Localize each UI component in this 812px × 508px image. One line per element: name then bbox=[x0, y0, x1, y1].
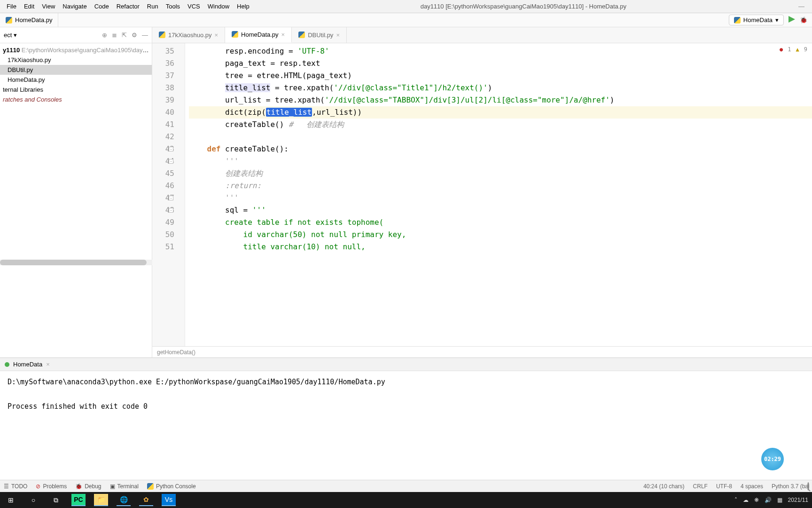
nav-tab-file[interactable]: HomeData.py bbox=[0, 13, 58, 27]
menu-view[interactable]: View bbox=[38, 3, 59, 10]
editor-area: 17kXiaoshuo.py× HomeData.py× DBUtil.py× … bbox=[152, 27, 812, 357]
gear-icon[interactable]: ⚙ bbox=[132, 32, 137, 39]
editor-tab[interactable]: HomeData.py× bbox=[225, 27, 292, 43]
navigation-bar: HomeData.py HomeData ▾ 🐞 bbox=[0, 13, 812, 27]
tray-icon[interactable]: ❋ bbox=[754, 497, 759, 503]
scratches-consoles[interactable]: ratches and Consoles bbox=[0, 95, 152, 104]
indent-setting[interactable]: 4 spaces bbox=[741, 483, 763, 490]
tray-chevron-icon[interactable]: ˄ bbox=[734, 497, 737, 503]
run-tab-label: HomeData bbox=[13, 361, 42, 368]
tree-root[interactable]: y1110 E:\pythonWorkspase\guangCaiMao1905… bbox=[0, 45, 152, 55]
tray-icon[interactable]: ▦ bbox=[777, 497, 782, 503]
taskbar-vscode[interactable]: Vs bbox=[162, 494, 176, 506]
sidebar-toolbar: ect ▾ ⊕ ≣ ⇱ ⚙ — bbox=[0, 27, 152, 43]
run-config-selector[interactable]: HomeData ▾ bbox=[729, 15, 784, 25]
line-separator[interactable]: CRLF bbox=[693, 483, 708, 490]
code-content[interactable]: resp.encoding = 'UTF-8' paga_text = resp… bbox=[185, 43, 812, 346]
tool-python-console[interactable]: Python Console bbox=[147, 483, 196, 490]
python-icon bbox=[147, 483, 154, 490]
search-everywhere-icon[interactable] bbox=[807, 483, 809, 490]
python-icon bbox=[298, 32, 305, 38]
python-interpreter[interactable]: Python 3.7 (ba bbox=[772, 483, 808, 490]
close-icon[interactable]: × bbox=[46, 361, 50, 368]
file-encoding[interactable]: UTF-8 bbox=[716, 483, 732, 490]
task-view-button[interactable]: ⧉ bbox=[49, 494, 63, 506]
run-status-icon bbox=[5, 362, 9, 367]
menu-refactor[interactable]: Refactor bbox=[113, 3, 143, 10]
tool-problems[interactable]: ⊘Problems bbox=[36, 483, 67, 490]
chevron-down-icon: ▾ bbox=[775, 16, 779, 24]
project-sidebar: ect ▾ ⊕ ≣ ⇱ ⚙ — y1110 E:\pythonWorkspase… bbox=[0, 27, 152, 357]
project-view-selector[interactable]: ect ▾ bbox=[4, 32, 17, 39]
expand-icon[interactable]: ≣ bbox=[112, 32, 117, 39]
run-config-name: HomeData bbox=[743, 16, 773, 24]
run-tab-header[interactable]: HomeData × bbox=[0, 358, 812, 371]
run-button[interactable] bbox=[789, 16, 795, 24]
taskbar-explorer[interactable]: 📁 bbox=[94, 494, 108, 506]
tree-item[interactable]: HomeData.py bbox=[0, 75, 152, 85]
menu-navigate[interactable]: Navigate bbox=[59, 3, 90, 10]
tray-date[interactable]: 2021/11 bbox=[788, 497, 808, 503]
close-icon[interactable]: × bbox=[336, 32, 340, 39]
python-icon bbox=[232, 31, 238, 38]
menu-help[interactable]: Help bbox=[233, 3, 253, 10]
bottom-tool-bar: ☰TODO ⊘Problems 🐞Debug ▣Terminal Python … bbox=[0, 480, 812, 492]
tree-item[interactable]: 17kXiaoshuo.py bbox=[0, 55, 152, 65]
minimize-button[interactable]: — bbox=[794, 3, 809, 10]
nav-tab-label: HomeData.py bbox=[15, 16, 52, 24]
start-button[interactable]: ⊞ bbox=[4, 494, 18, 506]
close-icon[interactable]: × bbox=[281, 31, 285, 38]
project-tree[interactable]: y1110 E:\pythonWorkspase\guangCaiMao1905… bbox=[0, 43, 152, 106]
menu-file[interactable]: File bbox=[3, 3, 20, 10]
menu-bar: File Edit View Navigate Code Refactor Ru… bbox=[0, 0, 812, 13]
cortana-button[interactable]: ○ bbox=[26, 494, 40, 506]
menu-tools[interactable]: Tools bbox=[162, 3, 184, 10]
terminal-icon: ▣ bbox=[110, 483, 115, 490]
taskbar-chrome[interactable]: 🌐 bbox=[117, 494, 131, 506]
tray-volume-icon[interactable]: 🔊 bbox=[765, 497, 772, 503]
caret-position[interactable]: 40:24 (10 chars) bbox=[643, 483, 684, 490]
editor-tab[interactable]: 17kXiaoshuo.py× bbox=[152, 27, 225, 43]
python-icon bbox=[6, 17, 12, 24]
taskbar-app[interactable]: ✿ bbox=[139, 494, 153, 506]
problems-icon: ⊘ bbox=[36, 483, 40, 490]
timer-badge: 02:29 bbox=[761, 448, 784, 470]
debug-icon: 🐞 bbox=[75, 483, 82, 490]
tree-item[interactable]: DBUtil.py bbox=[0, 65, 152, 75]
debug-button[interactable]: 🐞 bbox=[800, 16, 807, 24]
main-split: ect ▾ ⊕ ≣ ⇱ ⚙ — y1110 E:\pythonWorkspase… bbox=[0, 27, 812, 357]
run-tool-window: HomeData × D:\mySoftware\anaconda3\pytho… bbox=[0, 357, 812, 480]
sidebar-scrollbar[interactable] bbox=[0, 260, 152, 265]
window-title: day1110 [E:\pythonWorkspase\guangCaiMao1… bbox=[253, 3, 794, 10]
status-bar: 40:24 (10 chars) CRLF UTF-8 4 spaces Pyt… bbox=[643, 483, 808, 490]
svg-marker-0 bbox=[789, 16, 795, 23]
close-icon[interactable]: × bbox=[215, 32, 219, 39]
menu-edit[interactable]: Edit bbox=[20, 3, 38, 10]
menu-window[interactable]: Window bbox=[204, 3, 233, 10]
external-libraries[interactable]: ternal Libraries bbox=[0, 85, 152, 95]
console-output[interactable]: D:\mySoftware\anaconda3\python.exe E:/py… bbox=[0, 371, 812, 480]
collapse-icon[interactable]: ⇱ bbox=[122, 32, 127, 39]
system-tray[interactable]: ˄ ☁ ❋ 🔊 ▦ 2021/11 bbox=[734, 497, 808, 503]
code-editor[interactable]: ●1 ▲9 353637383940414243-44-454647-48-49… bbox=[152, 43, 812, 346]
breadcrumbs[interactable]: getHomeData() bbox=[152, 346, 812, 357]
python-icon bbox=[734, 17, 741, 24]
menu-code[interactable]: Code bbox=[91, 3, 113, 10]
tool-todo[interactable]: ☰TODO bbox=[4, 483, 27, 490]
python-icon bbox=[159, 32, 165, 38]
todo-icon: ☰ bbox=[4, 483, 9, 490]
windows-taskbar: ⊞ ○ ⧉ PC 📁 🌐 ✿ Vs ˄ ☁ ❋ 🔊 ▦ 2021/11 bbox=[0, 492, 812, 508]
editor-tabs: 17kXiaoshuo.py× HomeData.py× DBUtil.py× bbox=[152, 27, 812, 43]
locate-icon[interactable]: ⊕ bbox=[102, 32, 107, 39]
tool-terminal[interactable]: ▣Terminal bbox=[110, 483, 139, 490]
editor-tab[interactable]: DBUtil.py× bbox=[292, 27, 347, 43]
menu-run[interactable]: Run bbox=[143, 3, 162, 10]
line-gutter[interactable]: 353637383940414243-44-454647-48-495051 bbox=[152, 43, 185, 346]
hide-icon[interactable]: — bbox=[142, 32, 148, 39]
console-line: D:\mySoftware\anaconda3\python.exe E:/py… bbox=[8, 376, 804, 388]
menu-vcs[interactable]: VCS bbox=[184, 3, 204, 10]
tray-icon[interactable]: ☁ bbox=[743, 497, 749, 503]
run-config-area: HomeData ▾ 🐞 bbox=[724, 15, 812, 25]
taskbar-pycharm[interactable]: PC bbox=[71, 494, 86, 506]
tool-debug[interactable]: 🐞Debug bbox=[75, 483, 101, 490]
